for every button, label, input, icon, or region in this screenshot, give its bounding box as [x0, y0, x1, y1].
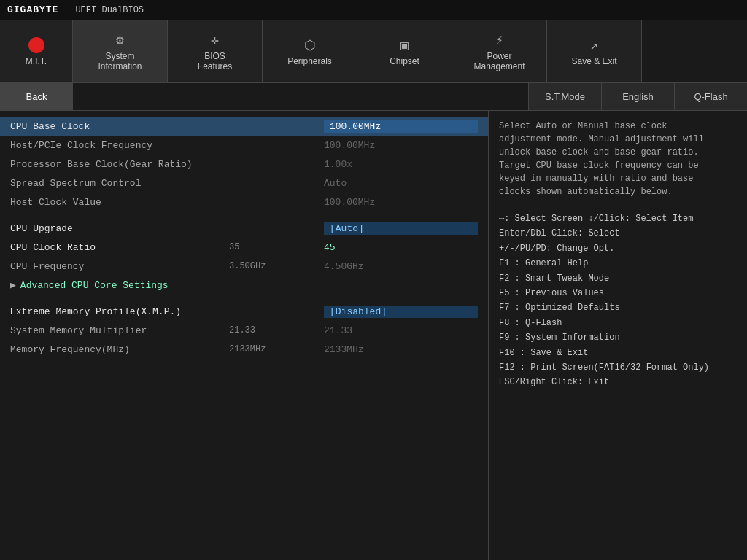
spacer [0, 211, 488, 219]
table-row[interactable]: Extreme Memory Profile(X.M.P.) [Disabled… [0, 302, 488, 321]
keybind-row: Enter/Dbl Click: Select [499, 226, 737, 241]
tab-chipset[interactable]: ▣ Chipset [357, 20, 452, 82]
mit-dot [28, 37, 44, 53]
row-label: CPU Clock Ratio [10, 242, 229, 253]
row-value: 21.33 [324, 325, 478, 336]
row-default: 2133MHz [229, 344, 324, 354]
keybind-row: F10 : Save & Exit [499, 346, 737, 360]
row-label: CPU Base Clock [10, 121, 229, 132]
system-info-icon: ⚙ [116, 32, 124, 48]
settings-panel: CPU Base Clock 100.00MHz Host/PCIe Clock… [0, 111, 489, 560]
row-value: 100.00MHz [324, 197, 478, 208]
row-value: [Auto] [324, 222, 478, 235]
table-row[interactable]: CPU Frequency 3.50GHz 4.50GHz [0, 257, 488, 276]
row-default: 35 [229, 242, 324, 252]
toolbar-right: S.T.Mode English Q-Flash [528, 83, 747, 110]
keybind-row: F9 : System Information [499, 330, 737, 345]
row-value: Auto [324, 178, 478, 189]
row-label: Host/PCIe Clock Frequency [10, 140, 229, 151]
row-value: 4.50GHz [324, 261, 478, 272]
keybind-row: F2 : Smart Tweak Mode [499, 271, 737, 286]
row-value: [Disabled] [324, 306, 478, 318]
tab-bios-features[interactable]: ✛ BIOSFeatures [168, 20, 263, 82]
keybind-row: F12 : Print Screen(FAT16/32 Format Only) [499, 360, 737, 375]
tab-power-management[interactable]: ⚡ PowerManagement [452, 20, 547, 82]
table-row[interactable]: CPU Upgrade [Auto] [0, 219, 488, 238]
row-label: Extreme Memory Profile(X.M.P.) [10, 306, 229, 317]
table-row[interactable]: CPU Base Clock 100.00MHz [0, 117, 488, 136]
spacer [0, 295, 488, 302]
tab-power-label: PowerManagement [473, 51, 525, 71]
power-icon: ⚡ [495, 32, 503, 48]
keybind-row: F7 : Optimized Defaults [499, 300, 737, 315]
row-value: 100.00MHz [324, 120, 478, 133]
row-label: Host Clock Value [10, 197, 229, 208]
tab-peripherals-label: Peripherals [287, 56, 332, 66]
keybinds-section: ↔: Select Screen ↕/Click: Select Item En… [499, 211, 737, 551]
st-mode-button[interactable]: S.T.Mode [528, 83, 601, 110]
brand-name: GIGABYTE [7, 4, 58, 15]
table-row[interactable]: Host Clock Value 100.00MHz [0, 192, 488, 211]
row-label: CPU Frequency [10, 261, 229, 272]
tab-mit[interactable]: M.I.T. [0, 20, 73, 82]
advanced-cpu-settings[interactable]: ▶ Advanced CPU Core Settings [0, 276, 488, 295]
qflash-button[interactable]: Q-Flash [674, 83, 747, 110]
row-label: Spread Spectrum Control [10, 178, 229, 189]
keybind-row: F5 : Previous Values [499, 286, 737, 300]
tab-mit-label: M.I.T. [26, 56, 47, 66]
table-row[interactable]: CPU Clock Ratio 35 45 [0, 238, 488, 257]
row-label: Advanced CPU Core Settings [20, 280, 169, 291]
brand-logo: GIGABYTE [0, 0, 66, 20]
tab-chipset-label: Chipset [390, 56, 419, 66]
keybind-row: ↔: Select Screen ↕/Click: Select Item [499, 211, 737, 226]
row-value: 45 [324, 242, 478, 253]
row-label: System Memory Multiplier [10, 325, 229, 336]
keybind-row: +/-/PU/PD: Change Opt. [499, 241, 737, 256]
table-row[interactable]: Memory Frequency(MHz) 2133MHz 2133MHz [0, 340, 488, 359]
row-value: 2133MHz [324, 344, 478, 355]
main-content: CPU Base Clock 100.00MHz Host/PCIe Clock… [0, 111, 747, 560]
peripherals-icon: ⬡ [304, 37, 316, 53]
table-row[interactable]: Host/PCIe Clock Frequency 100.00MHz [0, 136, 488, 155]
tab-peripherals[interactable]: ⬡ Peripherals [263, 20, 357, 82]
tab-system-info-label: SystemInformation [98, 51, 142, 71]
tab-save-exit[interactable]: ↗ Save & Exit [547, 20, 642, 82]
row-label: Processor Base Clock(Gear Ratio) [10, 159, 229, 170]
table-row[interactable]: Processor Base Clock(Gear Ratio) 1.00x [0, 155, 488, 174]
row-value: 1.00x [324, 159, 478, 170]
save-exit-icon: ↗ [590, 37, 598, 53]
table-row[interactable]: Spread Spectrum Control Auto [0, 174, 488, 192]
row-default: 3.50GHz [229, 261, 324, 271]
help-panel: Select Auto or Manual base clock adjustm… [489, 111, 747, 560]
nav-tabs: M.I.T. ⚙ SystemInformation ✛ BIOSFeature… [0, 20, 747, 83]
arrow-icon: ▶ [10, 279, 16, 291]
row-label: CPU Upgrade [10, 223, 229, 234]
keybind-row: F8 : Q-Flash [499, 316, 737, 330]
top-bar: GIGABYTE UEFI DualBIOS [0, 0, 747, 20]
tab-system-information[interactable]: ⚙ SystemInformation [73, 20, 168, 82]
language-button[interactable]: English [601, 83, 674, 110]
tab-save-exit-label: Save & Exit [571, 56, 616, 66]
back-button[interactable]: Back [0, 83, 73, 110]
help-description: Select Auto or Manual base clock adjustm… [499, 120, 737, 198]
bios-version: UEFI DualBIOS [66, 5, 144, 15]
keybind-row: ESC/Right Click: Exit [499, 375, 737, 389]
table-row[interactable]: System Memory Multiplier 21.33 21.33 [0, 321, 488, 340]
bios-features-icon: ✛ [211, 32, 219, 48]
keybind-row: F1 : General Help [499, 256, 737, 271]
row-default: 21.33 [229, 325, 324, 335]
toolbar: Back S.T.Mode English Q-Flash [0, 83, 747, 111]
row-label: Memory Frequency(MHz) [10, 344, 229, 355]
row-value: 100.00MHz [324, 140, 478, 151]
tab-bios-features-label: BIOSFeatures [198, 51, 232, 71]
chipset-icon: ▣ [400, 37, 409, 53]
